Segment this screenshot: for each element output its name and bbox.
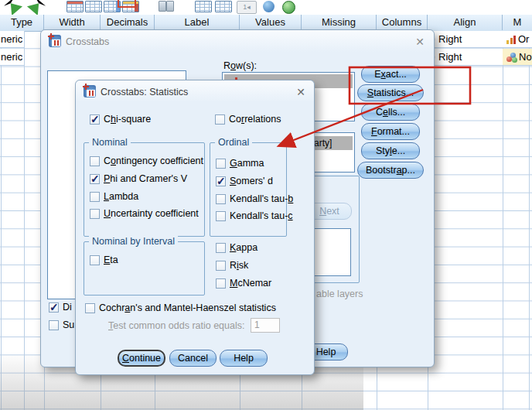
uncertainty-checkbox[interactable] xyxy=(90,209,100,219)
table-red-top-icon[interactable] xyxy=(66,1,84,12)
kendalls-tau-b-label: Kendall's tau-b xyxy=(230,193,293,204)
phi-cramers-checkbox[interactable] xyxy=(90,174,100,184)
statistics-titlebar[interactable]: Crosstabs: Statistics ✕ xyxy=(76,80,314,102)
mcnemar-label: McNemar xyxy=(230,278,271,289)
cell-measure-row2-selected[interactable]: No xyxy=(503,49,532,66)
crosstabs-titlebar[interactable]: Crosstabs ✕ xyxy=(41,30,434,52)
split-panes-icon[interactable] xyxy=(159,1,166,12)
odds-ratio-label: Test common odds ratio equals: xyxy=(108,320,244,331)
continue-button[interactable]: Continue xyxy=(118,350,165,367)
contingency-checkbox[interactable] xyxy=(90,156,100,166)
split-panes-icon-2[interactable] xyxy=(166,1,174,12)
toolbar-red-accent xyxy=(118,0,136,8)
cells-button[interactable]: Cells... xyxy=(361,104,420,121)
cell-type-row2[interactable]: neric xyxy=(0,49,24,66)
close-icon[interactable]: ✕ xyxy=(295,86,307,98)
align-value: Right xyxy=(438,49,462,66)
redo-arrow-icon[interactable] xyxy=(27,0,46,15)
lambda-label: Lambda xyxy=(104,191,138,202)
nominal-by-interval-group: Nominal by Interval xyxy=(84,241,205,296)
somers-d-label: Somers' d xyxy=(230,176,273,186)
statistics-dialog: Crosstabs: Statistics ✕ Chi-square Corre… xyxy=(75,80,315,375)
col-header-label[interactable]: Label xyxy=(155,15,240,30)
table-plain-icon[interactable] xyxy=(85,1,102,12)
suppress-tables-label: Su xyxy=(63,319,74,330)
globe-icon[interactable] xyxy=(263,1,275,12)
ordinal-group-title: Ordinal xyxy=(215,137,252,148)
kappa-label: Kappa xyxy=(230,242,257,253)
risk-label: Risk xyxy=(230,260,248,271)
contingency-label: Contingency coefficient xyxy=(104,155,203,166)
nominal-measure-icon xyxy=(506,53,517,62)
nominal-by-interval-title: Nominal by Interval xyxy=(89,236,178,247)
rows-label: Row(s): xyxy=(223,60,257,71)
cell-align-row2[interactable]: Right xyxy=(428,49,503,66)
kendalls-tau-c-label: Kendall's tau-c xyxy=(230,210,293,221)
chi-square-checkbox[interactable] xyxy=(90,114,100,125)
ordinal-measure-icon xyxy=(506,35,516,44)
cell-measure-row1[interactable]: Or xyxy=(503,31,532,48)
somers-d-checkbox[interactable] xyxy=(216,176,226,186)
cochran-label: Cochran's and Mantel-Haenszel statistics xyxy=(99,302,276,313)
close-icon[interactable]: ✕ xyxy=(414,36,426,48)
display-clustered-label: Di xyxy=(63,302,72,313)
help-button[interactable]: Help xyxy=(220,350,268,367)
nominal-group-title: Nominal xyxy=(89,137,131,148)
table-small-icon[interactable] xyxy=(195,1,212,12)
col-header-align[interactable]: Align xyxy=(428,15,503,30)
cochran-checkbox[interactable] xyxy=(85,303,95,313)
gamma-checkbox[interactable] xyxy=(216,159,226,169)
ordinal-group: Ordinal xyxy=(210,142,287,237)
eta-checkbox[interactable] xyxy=(90,255,100,265)
phi-cramers-label: Phi and Cramer's V xyxy=(104,173,187,184)
goto-case-icon[interactable]: 1◂ xyxy=(237,1,257,14)
uncertainty-label: Uncertainty coefficient xyxy=(104,208,199,219)
main-toolbar: 1◂ xyxy=(0,0,532,15)
lambda-checkbox[interactable] xyxy=(90,192,100,202)
suppress-tables-checkbox[interactable] xyxy=(49,320,59,330)
chi-square-label: Chi-square xyxy=(104,114,151,125)
gamma-label: Gamma xyxy=(230,158,264,169)
eta-label: Eta xyxy=(104,255,118,265)
kappa-checkbox[interactable] xyxy=(216,243,226,253)
col-header-decimals[interactable]: Decimals xyxy=(101,15,155,30)
kendalls-tau-c-checkbox[interactable] xyxy=(216,211,226,221)
col-header-measure[interactable]: M xyxy=(503,15,532,30)
statistics-button[interactable]: Statistics... xyxy=(357,84,424,101)
col-header-type[interactable]: Type xyxy=(0,15,44,30)
odds-ratio-field[interactable]: 1 xyxy=(251,318,280,333)
col-header-columns[interactable]: Columns xyxy=(377,15,428,30)
correlations-checkbox[interactable] xyxy=(215,114,225,125)
bootstrap-button[interactable]: Bootstrap... xyxy=(357,162,424,179)
table-small-2-icon[interactable] xyxy=(215,1,232,12)
col-header-values[interactable]: Values xyxy=(240,15,302,30)
cell-align-row1[interactable]: Right xyxy=(428,31,503,48)
table-layers-label: able layers xyxy=(316,289,363,299)
col-header-missing[interactable]: Missing xyxy=(302,15,377,30)
display-clustered-checkbox[interactable] xyxy=(49,302,59,313)
spss-dialog-icon xyxy=(84,85,96,97)
measure-value: Or xyxy=(518,31,529,48)
statistics-title: Crosstabs: Statistics xyxy=(101,87,188,97)
correlations-label: Correlations xyxy=(229,114,281,125)
undo-arrow-icon[interactable] xyxy=(4,0,22,15)
columns-item-label: arty] xyxy=(314,138,332,149)
spss-window: 1◂ Type Width Decimals Label Values Miss… xyxy=(0,0,532,410)
style-button[interactable]: Style... xyxy=(361,142,420,159)
col-header-width[interactable]: Width xyxy=(44,15,101,30)
mcnemar-checkbox[interactable] xyxy=(216,278,226,289)
align-value: Right xyxy=(438,31,462,48)
green-sphere-icon[interactable] xyxy=(282,1,295,14)
spss-dialog-icon xyxy=(49,35,61,47)
risk-checkbox[interactable] xyxy=(216,261,226,271)
crosstabs-title: Crosstabs xyxy=(66,36,109,47)
kendalls-tau-b-checkbox[interactable] xyxy=(216,194,226,204)
cancel-button[interactable]: Cancel xyxy=(169,350,217,367)
measure-value: No xyxy=(519,49,532,66)
cell-type-row1[interactable]: neric xyxy=(0,31,24,48)
exact-button[interactable]: Exact... xyxy=(361,66,420,83)
format-button[interactable]: Format... xyxy=(361,123,420,140)
